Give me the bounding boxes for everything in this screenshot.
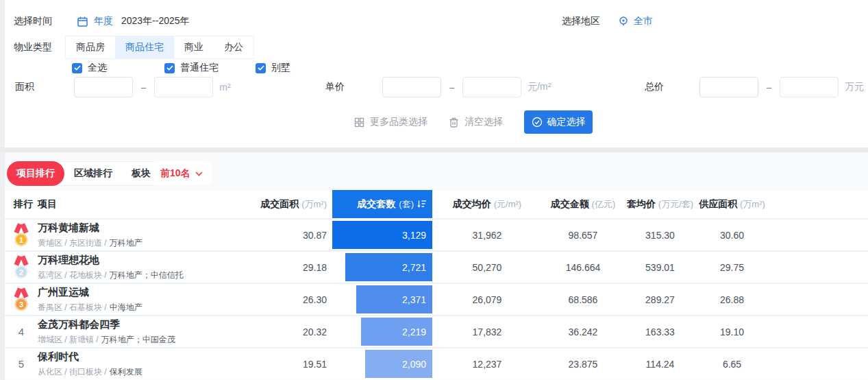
project-location: 增城区 / 新塘镇 / <box>38 334 99 346</box>
project-developer: 保利发展 <box>110 366 142 378</box>
clear-selection-button[interactable]: 清空选择 <box>449 110 503 134</box>
deal-count-cell: 2,721 <box>332 252 432 283</box>
trash-icon <box>449 117 459 128</box>
project-developer: 万科地产；中信信托 <box>110 270 184 281</box>
avg-price-value: 50,270 <box>432 262 542 273</box>
area-range-group: 面积 – m² <box>15 76 231 98</box>
filter-panel: 选择时间 年度 2023年--2025年 选择地区 全市 物业类型 <box>5 0 868 147</box>
avg-price-value: 31,962 <box>432 230 542 241</box>
confirm-selection-button[interactable]: 确定选择 <box>524 110 593 134</box>
project-name: 保利时代 <box>38 351 247 364</box>
area-max-input[interactable] <box>154 77 213 97</box>
deal-amount-value: 23.875 <box>542 359 624 370</box>
tab-project-ranking[interactable]: 项目排行 <box>7 161 64 186</box>
region-filter-label: 选择地区 <box>562 15 600 27</box>
property-type-segmented: 商品房 商品住宅 商业 办公 <box>65 36 254 59</box>
avg-unit-total-value: 539.01 <box>624 262 696 273</box>
header-rank: 排行 <box>5 198 38 211</box>
area-label: 面积 <box>15 81 74 93</box>
deal-count-cell: 2,090 <box>332 348 432 379</box>
time-filter-row: 选择时间 年度 2023年--2025年 <box>14 11 190 32</box>
header-deal-amount[interactable]: 成交金额 (亿元) <box>542 198 624 211</box>
rank-cell: 3 <box>5 288 38 311</box>
project-developer: 万科地产 <box>110 237 142 249</box>
checkbox-ordinary-housing[interactable]: 普通住宅 <box>164 62 219 74</box>
range-filter-row: 面积 – m² 单价 – 元/m² 总价 – 万元 <box>5 76 868 98</box>
grid-icon <box>354 117 364 128</box>
deal-count-bar: 2,371 <box>356 285 432 313</box>
table-row[interactable]: 1 万科黄埔新城 黄埔区 / 东区街道 /万科地产 30.87 3,129 31… <box>5 218 868 250</box>
project-location: 荔湾区 / 花地板块 / <box>38 270 107 281</box>
table-row[interactable]: 5 保利时代 从化区 / 街口板块 /保利发展 19.51 2,090 12,2… <box>5 347 868 379</box>
rank-cell: 1 <box>5 224 38 246</box>
more-categories-button[interactable]: 更多品类选择 <box>354 110 427 134</box>
project-cell: 金茂万科都会四季 增城区 / 新塘镇 /万科地产；中国金茂 <box>38 318 247 346</box>
header-deal-area[interactable]: 成交面积 (万m²) <box>247 198 332 211</box>
deal-area-value: 19.51 <box>247 359 332 370</box>
top-n-dropdown[interactable]: 前10名 <box>151 161 212 186</box>
project-location: 黄埔区 / 东区街道 / <box>38 237 107 249</box>
header-avg-unit-total[interactable]: 套均价 (万元/套) <box>624 198 696 211</box>
calendar-icon <box>77 16 88 27</box>
total-price-range-group: 总价 – 万元 <box>645 76 864 98</box>
checkbox-villa[interactable]: 别墅 <box>256 62 290 74</box>
region-filter-row: 选择地区 全市 <box>562 11 653 32</box>
location-pin-icon <box>618 16 629 27</box>
avg-unit-total-value: 315.30 <box>624 230 696 241</box>
supply-area-value: 30.60 <box>696 230 768 241</box>
supply-area-value: 19.10 <box>696 326 768 337</box>
unit-price-max-input[interactable] <box>462 77 521 97</box>
deal-count-cell: 2,219 <box>332 316 432 347</box>
project-location: 从化区 / 街口板块 / <box>38 366 107 378</box>
project-cell: 保利时代 从化区 / 街口板块 /保利发展 <box>38 351 247 378</box>
unit-price-label: 单价 <box>325 81 382 93</box>
region-value[interactable]: 全市 <box>634 15 653 27</box>
sort-descending-icon <box>417 200 427 209</box>
avg-unit-total-value: 289.27 <box>624 294 696 305</box>
total-price-max-input[interactable] <box>780 77 839 97</box>
property-type-option-shangye[interactable]: 商业 <box>174 36 214 58</box>
header-deal-count-sorted[interactable]: 成交套数(套) <box>332 190 432 218</box>
property-type-option-bangong[interactable]: 办公 <box>214 36 253 58</box>
header-avg-price[interactable]: 成交均价 (元/m²) <box>432 198 542 211</box>
project-name: 万科理想花地 <box>38 254 247 267</box>
section-divider <box>0 147 868 152</box>
ranking-table: 排行 项目 成交面积 (万m²) 成交套数(套) 成交均价 (元/m²) 成交金… <box>5 190 868 379</box>
header-project: 项目 <box>38 198 247 211</box>
property-type-row: 物业类型 商品房 商品住宅 商业 办公 <box>14 36 254 59</box>
table-row[interactable]: 3 广州亚运城 番禺区 / 石基板块 /中海地产 26.30 2,371 26,… <box>5 283 868 315</box>
project-cell: 万科黄埔新城 黄埔区 / 东区街道 /万科地产 <box>38 222 247 249</box>
avg-price-value: 17,832 <box>432 326 542 337</box>
rank-cell: 2 <box>5 256 38 278</box>
deal-count-cell: 2,371 <box>332 284 432 315</box>
time-mode-select[interactable]: 年度 <box>94 15 113 27</box>
deal-area-value: 30.87 <box>247 230 332 241</box>
property-type-option-shangpinfang[interactable]: 商品房 <box>66 36 115 58</box>
table-row[interactable]: 2 万科理想花地 荔湾区 / 花地板块 /万科地产；中信信托 29.18 2,7… <box>5 250 868 283</box>
rank-cell: 5 <box>5 358 38 370</box>
deal-count-bar: 3,129 <box>332 221 432 249</box>
total-price-min-input[interactable] <box>699 77 758 97</box>
area-min-input[interactable] <box>74 77 133 97</box>
deal-count-bar: 2,090 <box>365 350 432 378</box>
table-row[interactable]: 4 金茂万科都会四季 增城区 / 新塘镇 /万科地产；中国金茂 20.32 2,… <box>5 315 868 347</box>
deal-amount-value: 68.586 <box>542 294 624 305</box>
project-cell: 广州亚运城 番禺区 / 石基板块 /中海地产 <box>38 286 247 313</box>
project-cell: 万科理想花地 荔湾区 / 花地板块 /万科地产；中信信托 <box>38 254 247 281</box>
avg-price-value: 12,237 <box>432 359 542 370</box>
deal-amount-value: 146.664 <box>542 262 624 273</box>
header-supply-area[interactable]: 供应面积 (万m²) <box>696 198 768 211</box>
deal-area-value: 20.32 <box>247 326 332 337</box>
property-type-option-shangpinzhuzhai[interactable]: 商品住宅 <box>115 36 174 58</box>
time-range-value[interactable]: 2023年--2025年 <box>121 15 190 27</box>
ranking-panel: 项目排行 区域排行 板块排行 前10名 排行 项目 成交面积 (万m²) 成交套… <box>5 152 868 380</box>
supply-area-value: 6.65 <box>696 359 768 370</box>
chevron-down-icon <box>195 171 203 176</box>
bronze-medal-icon: 3 <box>13 288 29 311</box>
project-name: 万科黄埔新城 <box>38 222 247 235</box>
checkbox-select-all[interactable]: 全选 <box>72 62 107 74</box>
tab-district-ranking[interactable]: 区域排行 <box>64 161 122 186</box>
project-name: 广州亚运城 <box>38 286 247 299</box>
property-type-label: 物业类型 <box>14 41 65 54</box>
unit-price-min-input[interactable] <box>382 77 441 97</box>
